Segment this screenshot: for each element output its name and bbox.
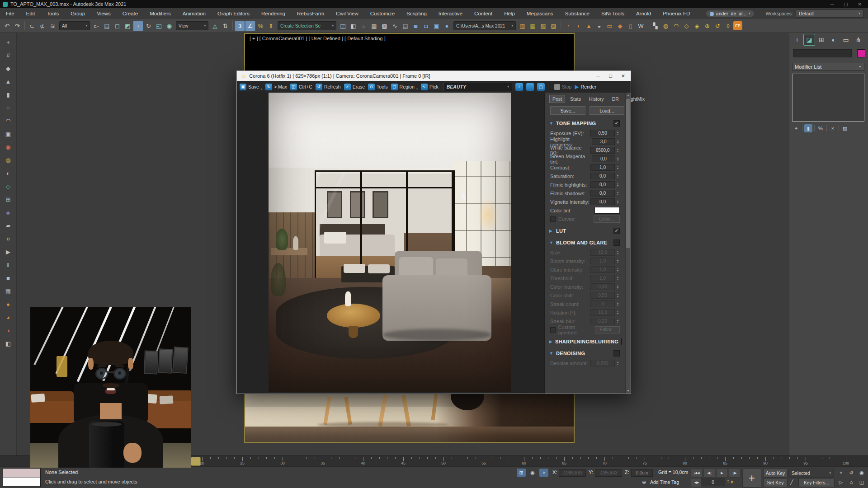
unlink-selection-icon[interactable]: ⊄ — [37, 21, 47, 31]
maximize-icon[interactable]: ▢ — [844, 2, 848, 7]
layer-list-icon[interactable]: ▦ — [528, 21, 538, 31]
left-plusbox-icon[interactable]: ⊞ — [3, 194, 14, 205]
key-filters-button[interactable]: Key Filters... — [798, 478, 835, 487]
left-sphere-icon[interactable]: ◍ — [3, 155, 14, 165]
select-and-scale-icon[interactable]: ◱ — [154, 21, 164, 31]
selection-set-dropdown[interactable]: Selected ▾ — [788, 469, 834, 478]
object-color-swatch[interactable] — [857, 49, 865, 57]
menu-sini-tools[interactable]: SiNi Tools — [595, 11, 630, 16]
tab-history[interactable]: History — [586, 95, 607, 103]
scroll-up-icon[interactable]: ▲ — [626, 93, 631, 98]
panel-scrollbar[interactable]: ▲ ▼ — [625, 93, 631, 394]
spinner-control[interactable]: ▴▾ — [616, 293, 620, 297]
section-checkbox[interactable]: ✓ — [613, 120, 620, 127]
value-field[interactable]: 0,0 — [592, 155, 615, 162]
zoom-fit-button[interactable]: ▢ — [537, 83, 545, 91]
scrollbar-thumb[interactable] — [626, 99, 630, 248]
bind-to-space-warp-icon[interactable]: ≋ — [47, 21, 58, 31]
menu-phoenix-fd[interactable]: Phoenix FD — [657, 11, 696, 16]
pin-stack-icon[interactable]: ⌖ — [792, 124, 800, 132]
grid-snap-icon[interactable]: ⊞ — [517, 469, 526, 477]
import-icon[interactable]: ▲ — [584, 21, 594, 31]
menu-substance[interactable]: Substance — [559, 11, 595, 16]
create-layer-icon[interactable]: ▧ — [538, 21, 548, 31]
spinner-control[interactable]: ▴▾ — [616, 183, 620, 187]
tab-dr[interactable]: DR — [609, 95, 622, 103]
left-diamond-icon[interactable]: ◆ — [3, 63, 14, 74]
menu-group[interactable]: Group — [65, 11, 91, 16]
sini-hdri-icon[interactable]: ◈ — [692, 21, 702, 31]
configure-modifier-sets-icon[interactable]: ▨ — [841, 124, 849, 132]
account-menu[interactable]: ander_de_al... ▾ — [706, 10, 754, 17]
ribbon-icon[interactable]: ▩ — [379, 21, 390, 31]
phoenix-fd-icon[interactable]: FP — [733, 21, 742, 30]
maxscript-mini-listener[interactable] — [3, 468, 41, 487]
left-box-icon[interactable]: ▣ — [3, 128, 14, 139]
previous-frame-button[interactable]: ◀|| — [703, 469, 715, 478]
region-button[interactable]: ◻Region▾ — [391, 84, 418, 90]
copy-button[interactable]: ◫Ctrl+C — [290, 84, 312, 90]
menu-content[interactable]: Content — [468, 11, 498, 16]
go-to-start-button[interactable]: |◀◀ — [691, 469, 703, 478]
edit-named-selections-icon[interactable]: ◫ — [338, 21, 348, 31]
sini-curve-icon[interactable]: ◠ — [671, 21, 681, 31]
door-icon[interactable]: ▯ — [625, 21, 636, 31]
sini-scan-icon[interactable]: ◍ — [660, 21, 671, 31]
pick-button[interactable]: ↖Pick — [421, 84, 439, 90]
zoom-extents-icon[interactable]: ◉ — [857, 469, 866, 477]
spinner-snap-icon[interactable]: ⇕ — [266, 21, 276, 31]
window-crossing-icon[interactable]: ◩ — [123, 21, 133, 31]
left-sun-icon[interactable]: ¤ — [3, 233, 14, 244]
civil-view-icon[interactable]: ◖ — [573, 21, 584, 31]
left-grid-icon[interactable]: # — [3, 50, 14, 61]
schematic-view-icon[interactable]: ▤ — [400, 21, 410, 31]
render-production-icon[interactable]: ● — [442, 21, 452, 31]
value-field[interactable]: 0,50 — [590, 292, 615, 299]
value-field[interactable]: 0,650 — [590, 360, 615, 366]
left-target-icon[interactable]: ◉ — [3, 141, 14, 152]
reference-coordinate-dropdown[interactable]: View▾ — [176, 21, 208, 30]
zoom-in-button[interactable]: + — [515, 83, 523, 91]
rendered-frame-window-icon[interactable]: ▣ — [431, 21, 442, 31]
close-icon[interactable]: ✕ — [858, 2, 862, 7]
left-circle-icon[interactable]: ○ — [3, 102, 14, 113]
left-orange-icon[interactable]: ● — [3, 299, 14, 310]
viewport-label[interactable]: [ + ] [ CoronaCamera001 ] [ User Defined… — [250, 36, 386, 41]
editor-button[interactable]: Editor... — [594, 216, 620, 223]
use-pivot-center-icon[interactable]: ◬ — [210, 21, 220, 31]
curve-editor-icon[interactable]: ∿ — [390, 21, 400, 31]
menu-create[interactable]: Create — [117, 11, 144, 16]
stop-button[interactable]: Stop — [554, 84, 572, 90]
value-field[interactable]: 3,0 — [592, 138, 615, 145]
menu-file[interactable]: File — [0, 11, 20, 16]
section-header-bloom-and-glare[interactable]: ▼BLOOM AND GLARE — [549, 239, 620, 247]
spinner-control[interactable]: ▴▾ — [616, 200, 620, 204]
config-save-button[interactable]: Save... — [550, 106, 585, 115]
mirror-icon[interactable]: ◧ — [348, 21, 359, 31]
spinner-control[interactable]: ▴▾ — [616, 191, 620, 195]
left-crystal-icon[interactable]: ◈ — [3, 207, 14, 218]
sini-forensic-icon[interactable]: ⊕ — [702, 21, 712, 31]
section-checkbox[interactable] — [621, 338, 622, 345]
menu-interactive[interactable]: Interactive — [433, 11, 468, 16]
spinner-control[interactable]: ▴▾ — [616, 361, 620, 365]
left-pause-icon[interactable]: ‖ — [3, 259, 14, 270]
section-checkbox[interactable] — [613, 350, 620, 357]
value-field[interactable]: 0,20 — [590, 318, 615, 324]
create-tab[interactable]: + — [791, 34, 803, 46]
collapse-icon[interactable]: ▼ — [549, 121, 553, 126]
sini-scatter-icon[interactable]: ◇ — [681, 21, 692, 31]
menu-rebusfarm[interactable]: RebusFarm — [291, 11, 330, 16]
left-cone-icon[interactable]: ▲ — [3, 76, 14, 87]
select-and-manipulate-icon[interactable]: ⇅ — [220, 21, 231, 31]
row-checkbox[interactable] — [550, 216, 556, 222]
menu-help[interactable]: Help — [498, 11, 521, 16]
create-key-button[interactable]: + — [742, 469, 761, 488]
utilities-tab[interactable]: ⋔ — [852, 34, 864, 46]
next-frame-button[interactable]: ||▶ — [729, 469, 741, 478]
play-button[interactable]: ▶ — [716, 469, 728, 478]
cart-icon[interactable]: W — [636, 21, 646, 31]
zoom-out-button[interactable]: − — [526, 83, 534, 91]
key-icon[interactable]: ✦ — [730, 479, 734, 485]
menu-megascans[interactable]: Megascans — [521, 11, 559, 16]
